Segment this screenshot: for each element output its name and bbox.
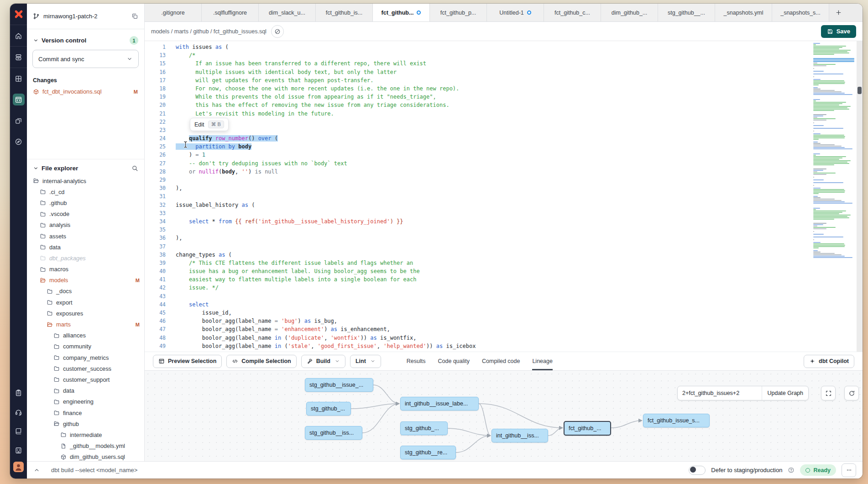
clipboard-icon[interactable] [13,387,25,399]
panel-tab-lineage[interactable]: Lineage [532,352,553,370]
tree-item-data[interactable]: data [27,242,144,253]
tree-item-.vscode[interactable]: .vscode [27,209,144,220]
fullscreen-button[interactable] [821,386,836,400]
folder-icon [53,376,60,383]
tree-item-_github__models.yml[interactable]: _github__models.yml [27,441,144,452]
lint-button[interactable]: Lint [350,355,381,368]
editor-tab-Untitled-1[interactable]: Untitled-1 [487,4,544,21]
rail-grid-button[interactable] [10,68,27,89]
tree-item-export[interactable]: export [27,297,144,308]
tree-item-customer_support[interactable]: customer_support [27,374,144,385]
minimap[interactable] [813,43,855,262]
panel-tab-compiled-code[interactable]: Compiled code [482,352,520,370]
editor-tab-stg_github__-[interactable]: stg_github__... [658,4,715,21]
tree-item-intermediate[interactable]: intermediate [27,429,144,440]
defer-toggle[interactable] [689,466,706,475]
editor-tab--sqlfluffignore[interactable]: .sqlfluffignore [202,4,259,21]
tree-item-.github[interactable]: .github [27,197,144,208]
panel-tab-code-quality[interactable]: Code quality [438,352,470,370]
panel-tab-results[interactable]: Results [407,352,426,370]
tree-item-company_metrics[interactable]: company_metrics [27,352,144,363]
editor-tab-_snapshots-yml[interactable]: _snapshots.yml [715,4,772,21]
save-button[interactable]: Save [821,25,856,38]
tab-label: fct_github... [382,10,414,16]
search-icon[interactable] [131,165,138,172]
view-lineage-button[interactable] [271,25,284,38]
editor-tab-dim_github_-[interactable]: dim_github_... [601,4,658,21]
copy-icon[interactable] [131,13,138,20]
rail-code-button[interactable] [10,89,27,110]
lineage-node-int_github__iss[interactable]: int_github__iss... [492,429,548,442]
rail-home-button[interactable] [10,25,27,47]
preview-selection-button[interactable]: Preview Selection [153,355,222,368]
rail-merge-button[interactable] [10,110,27,131]
tree-item-alliances[interactable]: alliances [27,330,144,341]
lineage-node-fct_github_[interactable]: fct_github_... [564,421,611,436]
lineage-panel[interactable]: stg_github__issue_...stg_github_...stg_g… [145,370,863,463]
tree-item-engineering[interactable]: engineering [27,396,144,407]
update-graph-button[interactable]: Update Graph [762,386,808,400]
tree-item-_docs[interactable]: _docs [27,286,144,297]
collapse-panel-button[interactable] [33,467,40,473]
editor-tab--gitignore[interactable]: .gitignore [145,4,202,21]
version-control-header[interactable]: Version control 1 [27,29,144,45]
headset-icon[interactable] [13,406,25,418]
lineage-node-stg_github_[interactable]: stg_github_... [306,402,351,416]
tree-item-analysis[interactable]: analysis [27,220,144,231]
tree-item-data[interactable]: data [27,385,144,396]
user-avatar[interactable] [13,462,24,479]
editor-tab-fct_github_is-[interactable]: fct_github_is... [316,4,373,21]
tree-item-finance[interactable]: finance [27,407,144,418]
tree-item-.ci_cd[interactable]: .ci_cd [27,186,144,197]
help-icon[interactable] [788,467,795,473]
tree-item-label: customer_support [63,376,110,383]
lineage-node-fct_github_issue_s[interactable]: fct_github_issue_s... [643,414,710,427]
rail-warehouse-button[interactable] [10,47,27,68]
build-button[interactable]: Build [301,355,345,368]
editor-tab-fct_github_p-[interactable]: fct_github_p... [430,4,487,21]
editor-tab-fct_github-[interactable]: fct_github... [373,4,430,21]
command-input[interactable]: dbt build --select <model_name> [51,467,137,473]
merge-icon [13,115,25,126]
editor-tab-fct_github_c-[interactable]: fct_github_c... [544,4,601,21]
org-icon[interactable] [13,444,25,456]
book-icon[interactable] [13,425,25,437]
scrollbar-thumb[interactable] [858,87,862,94]
edit-popup[interactable]: Edit ⌘ B [190,118,229,131]
new-tab-button[interactable] [829,4,847,21]
tree-item-community[interactable]: community [27,341,144,352]
commit-and-sync-button[interactable]: Commit and sync [32,50,139,68]
lineage-node-int_github__issue_labe[interactable]: int_github__issue_labe... [400,397,479,410]
rail-compass-button[interactable] [10,131,27,152]
git-branch-bar[interactable]: mirnawong1-patch-2 [27,4,144,29]
compile-selection-button[interactable]: Compile Selection [226,355,296,368]
refresh-button[interactable] [844,386,859,400]
tree-item-models[interactable]: modelsM [27,275,144,286]
editor-scrollbar[interactable] [857,41,863,352]
lineage-node-stg_github__re[interactable]: stg_github__re... [400,446,456,459]
commit-and-sync-label: Commit and sync [38,56,84,63]
tree-item-github[interactable]: github [27,418,144,429]
tree-item-internal-analytics[interactable]: internal-analytics [27,175,144,186]
lineage-node-stg_github__issue_[interactable]: stg_github__issue_... [305,378,373,392]
tree-item-customer_success[interactable]: customer_success [27,363,144,374]
editor-tab-_snapshots_s-[interactable]: _snapshots_s... [772,4,829,21]
dbt-copilot-button[interactable]: dbt Copilot [804,355,854,368]
tree-item-assets[interactable]: assets [27,231,144,242]
lineage-node-stg_github_[interactable]: stg_github_... [400,421,448,435]
tree-item-marts[interactable]: martsM [27,319,144,330]
tree-item-dim_github_users.sql[interactable]: dim_github_users.sql [27,452,144,461]
more-options-button[interactable] [842,463,856,477]
code-editor[interactable]: 1with issues as (13 /*15 If an issue has… [145,41,863,352]
file-explorer-header[interactable]: File explorer [27,159,144,172]
tree-item-dbt_packages[interactable]: dbt_packages [27,253,144,263]
modified-badge: M [134,89,138,95]
minimap-line [813,63,817,63]
lineage-node-stg_github__iss[interactable]: stg_github__iss... [305,426,362,440]
editor-tab-dim_slack_u-[interactable]: dim_slack_u... [259,4,316,21]
lineage-selector-input[interactable]: 2+fct_github_issues+2 [678,390,762,396]
tab-label: .sqlfluffignore [213,10,247,16]
tree-item-exposures[interactable]: exposures [27,308,144,319]
changed-file-row[interactable]: fct_dbt_invocations.sql M [33,88,139,95]
tree-item-macros[interactable]: macros [27,264,144,275]
